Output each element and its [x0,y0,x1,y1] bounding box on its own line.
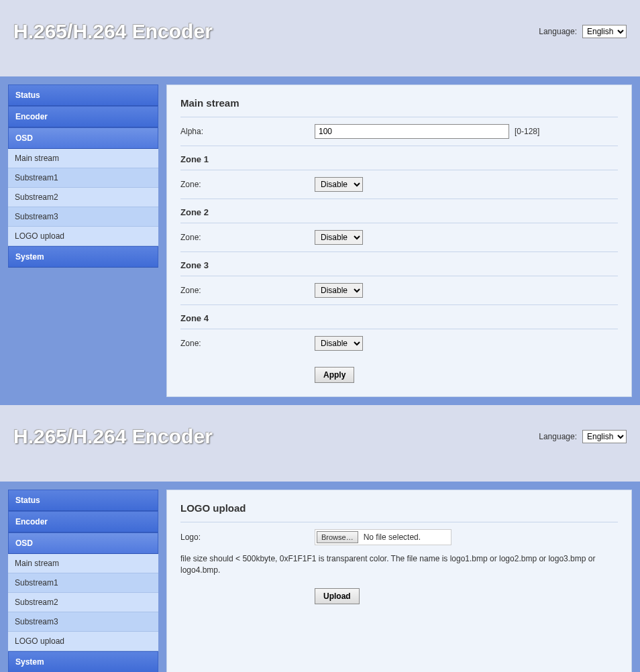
language-control: Language: English [539,25,627,38]
sidebar-item-encoder-2[interactable]: Encoder [8,511,158,533]
language-select[interactable]: English [582,25,627,38]
panel-logo-upload: H.265/H.264 Encoder Language: English St… [0,405,640,672]
upload-note: file size should < 500kbyte, 0xF1F1F1 is… [180,548,618,579]
sidebar-item-substream3[interactable]: Substream3 [8,207,158,227]
zone4-label: Zone: [180,339,315,348]
header-2: H.265/H.264 Encoder Language: English [0,405,640,482]
sidebar-item-status[interactable]: Status [8,85,158,106]
content-main-stream: Main stream Alpha: [0-128] Zone 1 Zone: … [166,85,632,397]
alpha-label: Alpha: [180,127,315,136]
file-status-text: No file selected. [364,533,421,542]
sidebar-2: Status Encoder OSD Main stream Substream… [8,490,158,672]
sidebar-item-status-2[interactable]: Status [8,490,158,511]
zone3-select[interactable]: Disable [315,283,363,298]
page-title-2: LOGO upload [180,502,618,522]
alpha-input[interactable] [315,124,509,139]
main-panel-2: Status Encoder OSD Main stream Substream… [0,482,640,672]
file-input[interactable]: Browse… No file selected. [315,529,451,545]
zone4-title: Zone 4 [180,305,618,329]
zone1-label: Zone: [180,180,315,189]
zone2-title: Zone 2 [180,199,618,223]
zone1-select[interactable]: Disable [315,177,363,192]
sidebar-item-substream1-2[interactable]: Substream1 [8,573,158,593]
sidebar-item-logo-upload-2[interactable]: LOGO upload [8,632,158,651]
sidebar-item-logo-upload[interactable]: LOGO upload [8,227,158,246]
logo-label: Logo: [180,533,315,542]
upload-button[interactable]: Upload [315,588,360,604]
language-control-2: Language: English [539,430,627,443]
zone2-label: Zone: [180,233,315,242]
browse-button[interactable]: Browse… [317,531,358,543]
sidebar-item-main-stream[interactable]: Main stream [8,149,158,168]
header: H.265/H.264 Encoder Language: English [0,0,640,76]
language-select-2[interactable]: English [582,430,627,443]
language-label: Language: [539,27,577,36]
content-logo-upload: LOGO upload Logo: Browse… No file select… [166,490,632,672]
sidebar-item-osd[interactable]: OSD [8,127,158,149]
sidebar-item-substream2-2[interactable]: Substream2 [8,593,158,612]
sidebar-item-substream2[interactable]: Substream2 [8,188,158,207]
sidebar-item-encoder[interactable]: Encoder [8,106,158,127]
sidebar-item-substream1[interactable]: Substream1 [8,168,158,188]
main-panel-1: Status Encoder OSD Main stream Substream… [0,76,640,405]
alpha-hint: [0-128] [509,127,539,136]
page-title: Main stream [180,97,618,117]
zone1-title: Zone 1 [180,146,618,170]
zone3-label: Zone: [180,286,315,295]
language-label-2: Language: [539,432,577,441]
panel-main-stream: H.265/H.264 Encoder Language: English St… [0,0,640,405]
sidebar-item-main-stream-2[interactable]: Main stream [8,554,158,573]
zone4-select[interactable]: Disable [315,336,363,351]
zone2-select[interactable]: Disable [315,230,363,245]
zone3-title: Zone 3 [180,252,618,276]
sidebar-item-system[interactable]: System [8,246,158,268]
app-title: H.265/H.264 Encoder [13,20,213,43]
sidebar-item-substream3-2[interactable]: Substream3 [8,612,158,632]
sidebar: Status Encoder OSD Main stream Substream… [8,85,158,268]
app-title-2: H.265/H.264 Encoder [13,425,213,448]
apply-button[interactable]: Apply [315,367,354,383]
sidebar-item-osd-2[interactable]: OSD [8,533,158,554]
sidebar-item-system-2[interactable]: System [8,651,158,672]
